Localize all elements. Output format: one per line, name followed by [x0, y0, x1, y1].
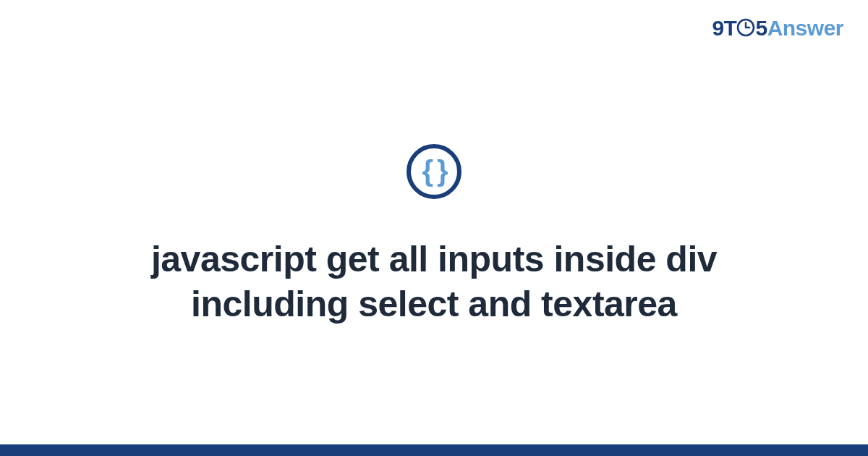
code-braces-icon: { }	[422, 156, 446, 185]
category-icon-circle: { }	[407, 144, 461, 199]
main-content: { } javascript get all inputs inside div…	[0, 0, 868, 456]
footer-accent-bar	[0, 444, 868, 456]
page-title: javascript get all inputs inside div inc…	[72, 237, 796, 326]
